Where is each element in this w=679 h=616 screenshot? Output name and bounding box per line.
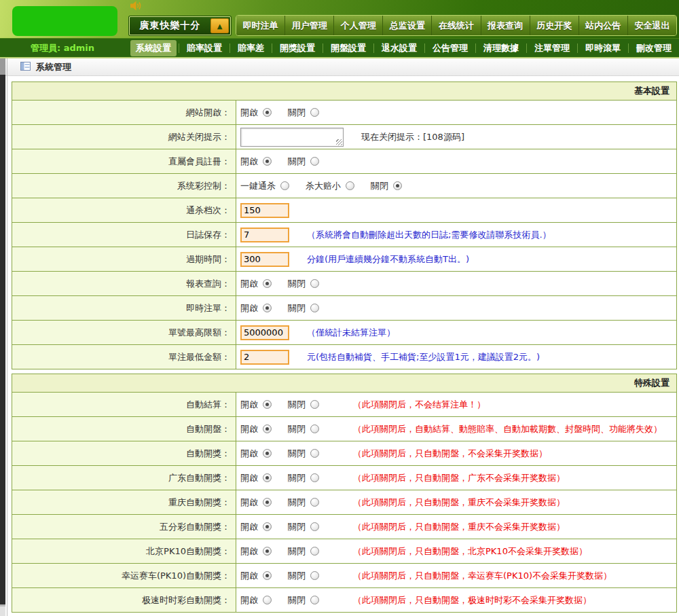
radio-button[interactable]: [263, 108, 272, 117]
radio-button[interactable]: [393, 181, 402, 190]
radio-option[interactable]: 關閉: [288, 521, 319, 533]
radio-option[interactable]: 關閉: [288, 594, 319, 606]
row-value-content: 元(包括自動補貨、手工補貨;至少設置1元，建議設置2元。): [240, 346, 676, 369]
radio-button[interactable]: [310, 596, 319, 604]
nav-button[interactable]: 报表查询: [481, 16, 530, 35]
radio-label: 開啟: [240, 521, 258, 533]
tab[interactable]: 公告管理: [427, 40, 473, 56]
setting-input[interactable]: [240, 228, 289, 242]
radio-option[interactable]: 開啟: [240, 399, 272, 411]
radio-button[interactable]: [310, 400, 319, 409]
setting-input[interactable]: [240, 325, 289, 340]
nav-button[interactable]: 即时注单: [236, 16, 285, 35]
tab[interactable]: 退水設置: [376, 40, 422, 56]
radio-option[interactable]: 開啟: [240, 278, 272, 290]
nav-button[interactable]: 安全退出: [627, 16, 676, 35]
nav-button[interactable]: 总监设置: [382, 16, 431, 35]
radio-option[interactable]: 杀大赔小: [306, 180, 354, 192]
lottery-selector[interactable]: 廣東快樂十分 ▲: [129, 16, 231, 35]
tab[interactable]: 賠率差: [232, 40, 270, 56]
radio-option[interactable]: 開啟: [240, 423, 272, 435]
radio-option[interactable]: 關閉: [288, 156, 319, 168]
radio-button[interactable]: [263, 279, 272, 288]
tab[interactable]: 開獎設置: [274, 40, 320, 56]
row-note: （此項關閉后，只自動開盤，极速时时彩不会采集开奖数据）: [353, 594, 591, 606]
radio-option[interactable]: 關閉: [288, 448, 319, 460]
row-value: 開啟關閉（此項關閉后，只自動開盤，极速时时彩不会采集开奖数据）: [236, 588, 677, 613]
radio-button[interactable]: [310, 498, 319, 507]
top-banner: 廣東快樂十分 ▲ 即时注单用户管理个人管理总监设置在线统计报表查询历史开奖站内公…: [0, 0, 679, 39]
radio-button[interactable]: [263, 571, 272, 580]
radio-button[interactable]: [263, 522, 272, 531]
radio-button[interactable]: [263, 400, 272, 409]
nav-button[interactable]: 历史开奖: [530, 16, 579, 35]
radio-option[interactable]: 關閉: [288, 496, 319, 509]
chevron-up-icon[interactable]: ▲: [210, 18, 229, 33]
radio-option[interactable]: 開啟: [240, 156, 272, 168]
radio-button[interactable]: [263, 547, 272, 556]
radio-option[interactable]: 關閉: [288, 423, 319, 435]
radio-button[interactable]: [263, 596, 272, 604]
radio-button[interactable]: [310, 449, 319, 458]
radio-option[interactable]: 關閉: [371, 180, 402, 192]
tab[interactable]: 開盤設置: [325, 40, 371, 56]
radio-button[interactable]: [263, 157, 272, 166]
radio-option[interactable]: 開啟: [240, 448, 272, 460]
radio-button[interactable]: [263, 304, 272, 312]
setting-input[interactable]: [240, 252, 289, 267]
radio-option[interactable]: 關閉: [288, 472, 319, 484]
radio-button[interactable]: [310, 424, 319, 433]
radio-button[interactable]: [263, 498, 272, 507]
left-scrollbar[interactable]: [0, 58, 5, 616]
nav-button[interactable]: 站内公告: [579, 16, 627, 35]
radio-button[interactable]: [263, 424, 272, 433]
radio-option[interactable]: 開啟: [240, 107, 272, 119]
notice-textarea[interactable]: [240, 128, 344, 147]
nav-button[interactable]: 个人管理: [333, 16, 382, 35]
scrollbar-thumb[interactable]: [0, 75, 5, 604]
section-title: 基本設置: [12, 82, 677, 101]
row-label: 重庆自動開獎：: [12, 490, 236, 515]
grid-icon: [20, 60, 31, 73]
radio-option[interactable]: 開啟: [240, 545, 272, 558]
radio-option[interactable]: 開啟: [240, 496, 272, 509]
speaker-icon[interactable]: [130, 1, 142, 14]
radio-option[interactable]: 關閉: [288, 570, 319, 582]
nav-button[interactable]: 用户管理: [285, 16, 333, 35]
radio-option[interactable]: 一鍵通杀: [240, 180, 289, 192]
tab[interactable]: 注單管理: [529, 40, 575, 56]
radio-option[interactable]: 開啟: [240, 472, 272, 484]
setting-input[interactable]: [240, 203, 289, 218]
site-logo: [12, 6, 117, 36]
radio-button[interactable]: [310, 522, 319, 531]
radio-button[interactable]: [310, 304, 319, 312]
radio-label: 開啟: [240, 156, 258, 168]
radio-button[interactable]: [310, 571, 319, 580]
row-value: 開啟關閉（此項關閉后，只自動開盤，不会采集开奖数据）: [236, 441, 677, 466]
setting-input[interactable]: [240, 350, 289, 365]
radio-button[interactable]: [346, 181, 354, 190]
radio-button[interactable]: [310, 157, 319, 166]
radio-button[interactable]: [263, 449, 272, 458]
radio-button[interactable]: [310, 473, 319, 482]
radio-option[interactable]: 開啟: [240, 594, 272, 606]
tab[interactable]: 即時滾單: [580, 40, 626, 56]
radio-option[interactable]: 開啟: [240, 302, 272, 314]
radio-option[interactable]: 關閉: [288, 545, 319, 558]
radio-option[interactable]: 開啟: [240, 570, 272, 582]
radio-option[interactable]: 關閉: [288, 107, 319, 119]
radio-option[interactable]: 開啟: [240, 521, 272, 533]
radio-option[interactable]: 關閉: [288, 278, 319, 290]
nav-button[interactable]: 在线统计: [431, 16, 480, 35]
radio-button[interactable]: [280, 181, 289, 190]
tab[interactable]: 系統設置: [130, 40, 177, 56]
radio-option[interactable]: 關閉: [288, 399, 319, 411]
radio-button[interactable]: [310, 108, 319, 117]
radio-button[interactable]: [263, 473, 272, 482]
radio-option[interactable]: 關閉: [288, 302, 319, 314]
radio-button[interactable]: [310, 547, 319, 556]
radio-button[interactable]: [310, 279, 319, 288]
tab[interactable]: 刪改管理: [631, 40, 677, 56]
tab[interactable]: 清理數據: [478, 40, 524, 56]
tab[interactable]: 賠率設置: [181, 40, 227, 56]
